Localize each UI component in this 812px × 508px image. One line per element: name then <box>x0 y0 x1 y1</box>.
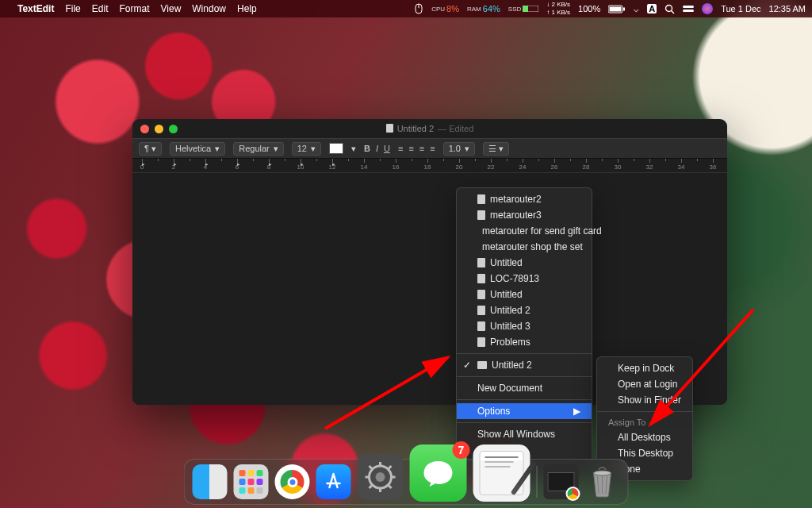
font-family-select[interactable]: Helvetica ▾ <box>170 142 225 156</box>
ruler[interactable]: 024681012141618202224262830323436▸▸▸▸▸▸▸ <box>132 159 727 173</box>
menubar-item-window[interactable]: Window <box>192 3 226 14</box>
ctx-item-label: metarouter for send gift card <box>482 225 602 237</box>
ruler-label: 36 <box>710 164 717 171</box>
menubar-item-file[interactable]: File <box>65 3 80 14</box>
underline-button[interactable]: U <box>384 144 390 153</box>
svg-line-21 <box>389 466 392 469</box>
net-stat[interactable]: ↓ 2 KB/s ↑ 1 KB/s <box>546 2 570 16</box>
list-style-select[interactable]: ☰ ▾ <box>483 142 509 156</box>
menubar-date[interactable]: Tue 1 Dec <box>721 4 760 13</box>
ctx-options[interactable]: Options▶ <box>457 403 592 419</box>
menubar-app-name[interactable]: TextEdit <box>17 3 54 14</box>
text-color-swatch[interactable] <box>329 143 343 154</box>
ctx-item-label: Untitled <box>490 289 523 300</box>
document-icon <box>386 124 393 134</box>
svg-point-14 <box>376 472 385 482</box>
svg-point-7 <box>666 5 672 11</box>
ctx-current-window[interactable]: ✓Untitled 2 <box>457 357 592 373</box>
menubar-time[interactable]: 12:35 AM <box>769 4 806 13</box>
menubar-item-edit[interactable]: Edit <box>92 3 109 14</box>
dock-trash[interactable] <box>585 464 620 499</box>
battery-icon[interactable] <box>608 5 626 13</box>
align-right-icon[interactable]: ≡ <box>419 144 424 153</box>
cpu-stat[interactable]: CPU8% <box>431 4 459 13</box>
ctx-new-document[interactable]: New Document <box>457 380 592 396</box>
ruler-label: 24 <box>519 164 527 171</box>
font-style-select[interactable]: Regular ▾ <box>233 142 284 156</box>
document-icon <box>477 258 485 267</box>
window-title-suffix: — Edited <box>438 124 473 133</box>
ctx-recent-document[interactable]: Untitled <box>457 287 592 302</box>
paragraph-style-select[interactable]: ¶ ▾ <box>139 142 162 156</box>
line-spacing-select[interactable]: 1.0 ▾ <box>443 142 475 156</box>
text-input-icon[interactable]: A <box>647 4 657 13</box>
ctx-recent-document[interactable]: LOC-78913 <box>457 271 592 287</box>
menubar-item-format[interactable]: Format <box>119 3 149 14</box>
ctx-item-label: Untitled 2 <box>490 305 530 316</box>
spotlight-icon[interactable] <box>665 4 675 14</box>
ruler-label: 32 <box>646 164 653 171</box>
dock-finder[interactable] <box>193 464 228 499</box>
color-dropdown-icon[interactable]: ▾ <box>351 144 356 154</box>
ssd-stat[interactable]: SSD <box>508 6 538 13</box>
ruler-label: 30 <box>615 164 622 171</box>
font-size-select[interactable]: 12 ▾ <box>292 142 321 156</box>
ctx-recent-document[interactable]: Problems <box>457 334 592 350</box>
align-center-icon[interactable]: ≡ <box>408 144 413 153</box>
dock-chrome[interactable] <box>275 464 310 499</box>
ruler-label: 22 <box>488 164 495 171</box>
ctx-item-label: Problems <box>490 337 530 348</box>
control-center-icon[interactable] <box>683 5 694 13</box>
siri-icon[interactable] <box>702 3 713 14</box>
ctx-recent-document[interactable]: metarouter2 <box>457 191 592 207</box>
ctx-recent-document[interactable]: Untitled <box>457 255 592 271</box>
dock-textedit[interactable] <box>473 444 530 502</box>
submenu-assign-to-header: Assign To <box>597 415 692 429</box>
ctx-recent-document[interactable]: metarouter3 <box>457 207 592 223</box>
dock-messages[interactable]: 7 <box>410 444 467 502</box>
dock-minimized-window[interactable] <box>544 464 579 499</box>
ctx-item-label: Untitled 3 <box>490 321 530 332</box>
ctx-item-label: LOC-78913 <box>490 273 539 284</box>
document-icon <box>477 321 485 331</box>
ctx-recent-document[interactable]: Untitled 2 <box>457 302 592 318</box>
bold-button[interactable]: B <box>364 144 370 153</box>
submenu-all-desktops[interactable]: All Desktops <box>597 429 692 445</box>
mouse-icon[interactable] <box>414 3 423 14</box>
align-left-icon[interactable]: ≡ <box>398 144 403 153</box>
svg-point-23 <box>594 471 611 475</box>
document-icon <box>477 290 485 299</box>
dock-context-menu: metarouter2metarouter3metarouter for sen… <box>456 187 592 478</box>
align-justify-icon[interactable]: ≡ <box>430 144 435 153</box>
svg-rect-6 <box>623 7 625 10</box>
svg-line-20 <box>389 485 392 488</box>
italic-button[interactable]: I <box>376 144 378 153</box>
svg-rect-3 <box>523 6 528 12</box>
ctx-item-label: metarouter shop the set <box>482 241 583 252</box>
dock-launchpad[interactable] <box>234 464 269 499</box>
dock-appstore[interactable] <box>316 464 351 499</box>
svg-line-8 <box>672 10 675 13</box>
dock-settings[interactable] <box>358 454 404 500</box>
messages-badge: 7 <box>453 441 470 459</box>
svg-rect-10 <box>683 10 694 12</box>
document-icon <box>477 337 485 347</box>
ram-stat[interactable]: RAM64% <box>467 4 500 13</box>
ruler-label: 20 <box>456 164 463 171</box>
submenu-show-in-finder[interactable]: Show in Finder <box>597 392 692 408</box>
window-titlebar[interactable]: Untitled 2 — Edited <box>132 119 727 138</box>
ctx-recent-document[interactable]: metarouter for send gift card <box>457 223 592 239</box>
svg-line-19 <box>370 466 373 469</box>
submenu-open-at-login[interactable]: Open at Login <box>597 376 692 392</box>
ruler-label: 14 <box>361 164 368 171</box>
bluetooth-icon[interactable]: ⌵ <box>634 4 639 14</box>
battery-percent[interactable]: 100% <box>578 4 600 13</box>
submenu-keep-in-dock[interactable]: Keep in Dock <box>597 360 692 376</box>
ctx-recent-document[interactable]: Untitled 3 <box>457 318 592 334</box>
dock-divider <box>537 466 538 498</box>
window-title: Untitled 2 <box>397 124 434 133</box>
ctx-show-all-windows[interactable]: Show All Windows <box>457 426 592 442</box>
ctx-recent-document[interactable]: metarouter shop the set <box>457 239 592 255</box>
menubar-item-view[interactable]: View <box>161 3 182 14</box>
menubar-item-help[interactable]: Help <box>237 3 257 14</box>
